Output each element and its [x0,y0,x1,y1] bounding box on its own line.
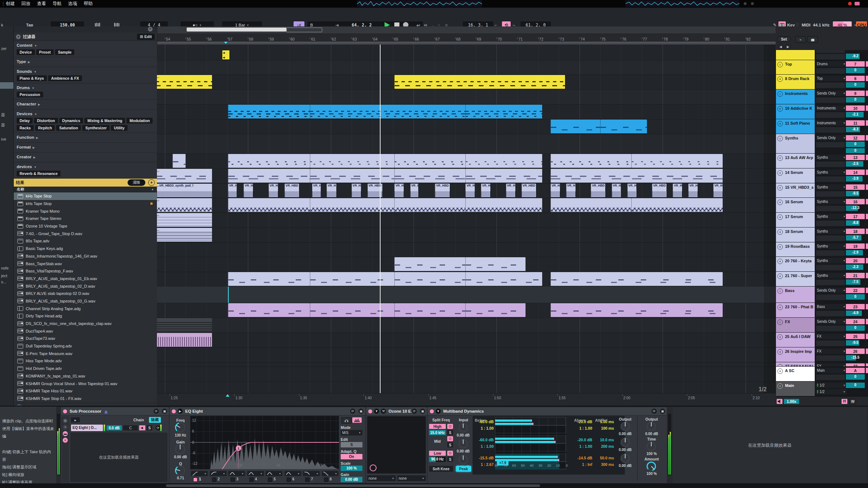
track-name-block[interactable]: ▼11 Soft Piano [776,119,815,134]
arrangement-row-18 Serum[interactable]: ... [157,228,776,243]
track-header-16 Serum[interactable]: ▼16 SerumSynths▼16-12.3 [776,198,868,212]
track-header-19 RoseBass[interactable]: ▼19 RoseBassSynths▼19-2.9 [776,242,868,256]
list-item[interactable]: Dull Tapedelay Spring.adv [14,342,157,350]
clip[interactable]: VR_H [394,184,404,197]
mode-selector[interactable]: M/S▼ [341,430,362,435]
track-routing-selector[interactable]: FX▼ [816,363,847,366]
track-fold-icon[interactable]: ▼ [777,76,783,82]
clip[interactable]: VR_H [410,184,418,197]
track-routing-selector[interactable]: Sends Only▼ [816,288,847,293]
track-header-Synths[interactable]: ≡SynthsSends Only▼1200 [776,134,868,153]
filter-chip[interactable]: Piano & Keys [17,75,47,81]
below-ratio-1[interactable]: 1 : 1.00 [474,444,494,449]
track-routing-selector[interactable]: Instruments▼ [816,120,847,126]
band-activator[interactable] [305,477,310,482]
track-routing-selector[interactable]: Instruments▼ [816,105,847,111]
track-name-block[interactable]: ▼20 760 - Keyta [776,257,815,271]
track-name-block[interactable]: ▼25 Au5 I DAW [776,333,815,347]
track-fold-icon[interactable]: ▼ [777,383,783,389]
filter-chip[interactable]: Percussion [17,92,43,97]
list-item[interactable]: Bass_VitalTapestop_F.wav [14,267,157,275]
band-activator[interactable] [231,477,235,482]
track-volume-field[interactable]: -2.5 [846,161,865,167]
scale-field[interactable]: 100 % [341,466,362,471]
track-header-13 Au5 AW Arp[interactable]: ▼13 Au5 AW ArpSynths▼13-2.5 [776,154,868,168]
track-routing-selector[interactable]: Drums▼ [816,61,847,67]
device-activator[interactable] [430,409,434,413]
clip[interactable]: VR_H [244,184,253,197]
sidebar-label-fragment-6[interactable]: s... [1,280,7,284]
track-name-block[interactable]: ▼18 Serum [776,228,815,242]
track-number[interactable]: 22 [846,288,865,293]
sidebar-label-fragment-2[interactable]: 器 [1,122,5,128]
track-name-block[interactable]: ▼10 Addictive K [776,104,815,119]
list-item[interactable]: KSHMR Tape Hiss 01.wav [14,387,157,395]
low-solo-button[interactable]: S [447,457,453,462]
list-item[interactable]: Basic Tape Keys.adg [14,245,157,253]
track-volume-field[interactable]: -15.5 [846,355,865,360]
arrangement-row-10 Addictive K[interactable] [157,104,776,120]
track-routing-selector[interactable]: FX▼ [816,334,847,339]
track-header-15 VR_HBD3_s[interactable]: ▼15 VR_HBD3_sSynths▼15-9.5 [776,183,868,197]
mid-solo-button[interactable]: S [447,442,453,447]
save-preset-icon[interactable]: ▣ [660,409,665,414]
lock-icon[interactable] [807,36,818,43]
hot-swap-icon[interactable]: ⟳ [154,409,159,414]
device-drop-area[interactable]: 在这里加载音频效果器 [673,407,867,483]
clip[interactable]: VR_H [465,184,475,197]
forward-arrow-icon[interactable]: ▶ [785,44,791,50]
track-number[interactable]: 10 [846,105,865,111]
track-routing-selector[interactable]: Top▼ [816,76,847,81]
track-name-block[interactable]: ▼15 VR_HBD3_s [776,183,815,197]
list-item[interactable]: BRLY_ALVE_stab_tapestop_02_D.wav [14,282,157,290]
height-zoom-button[interactable]: H [842,399,847,404]
above-threshold-2[interactable]: -14.5 dB [572,456,592,460]
list-item[interactable]: 80s Tape.adv [14,237,157,245]
automation-mode-icon[interactable]: ⌁ [796,36,806,43]
track-volume-field[interactable]: -5.7 [846,235,865,241]
filter-chip[interactable]: Saturation [56,125,81,131]
clip[interactable] [228,303,310,317]
chain-drop-area[interactable]: 在这里加载音频效果器 [70,433,167,482]
list-item[interactable]: Kramer Tape Stereo [14,215,157,222]
clip[interactable]: VR_H [673,184,682,197]
below-threshold-2[interactable]: -15.5 dB [474,456,494,460]
track-volume-field[interactable]: -9.5 [846,191,865,196]
clip[interactable]: VR_H [228,184,237,197]
track-volume-field[interactable]: -8.3 [846,127,865,132]
menu-item-0[interactable]: 创建 [6,0,15,8]
track-name-block[interactable]: ▼27 SSSAAAUU [776,362,815,366]
track-volume-field[interactable]: 0 [846,325,865,331]
release-0[interactable]: 100 ms [595,426,614,430]
sidechain-selector-1[interactable]: none▼ [367,475,396,481]
track-routing-selector[interactable]: FX▼ [816,349,847,354]
band-activator[interactable] [193,477,198,482]
track-volume-field[interactable]: 0 [846,374,865,380]
arrangement-grid[interactable]: ◀◀.........VR_HBD3_synth_pad_lVR_HVR_HVR… [157,45,776,393]
above-ratio-1[interactable]: 1 : 1.00 [572,444,592,449]
arrangement-row-track[interactable]: ◀◀ [157,46,776,61]
track-volume-field[interactable]: -4.9 [846,310,865,316]
track-number[interactable]: 7 [846,61,865,67]
clip[interactable] [310,105,465,118]
fold-icon[interactable]: ▶ [178,409,183,414]
track-routing-selector[interactable]: Bass▼ [816,304,847,309]
spectrum-toggle[interactable] [352,417,362,423]
clip[interactable] [465,198,542,212]
gain-knob[interactable] [175,444,185,454]
track-fold-icon[interactable]: ▼ [777,274,783,279]
attack-2[interactable]: 50.0 ms [595,456,614,460]
track-volume-field[interactable]: -9.2 [846,54,865,59]
track-fold-icon[interactable]: ▼ [777,185,783,191]
arrangement-row-Instruments[interactable] [157,89,776,105]
filter-chip[interactable]: Delay [17,118,33,124]
chain-hot-swap-icon[interactable]: ⟳ [155,425,161,430]
arrangement-row-13 Au5 AW Arp[interactable] [157,154,776,169]
hot-swap-icon[interactable]: ⟳ [652,409,657,414]
clip[interactable] [600,120,647,133]
chain-volume-field[interactable]: 0.0 dB [107,425,122,430]
output-knob-high[interactable] [620,422,630,431]
list-item[interactable]: Ozone 10 Vintage Tape [14,222,157,230]
clip[interactable] [394,303,465,317]
name-column-header[interactable]: 名称 [17,187,151,192]
